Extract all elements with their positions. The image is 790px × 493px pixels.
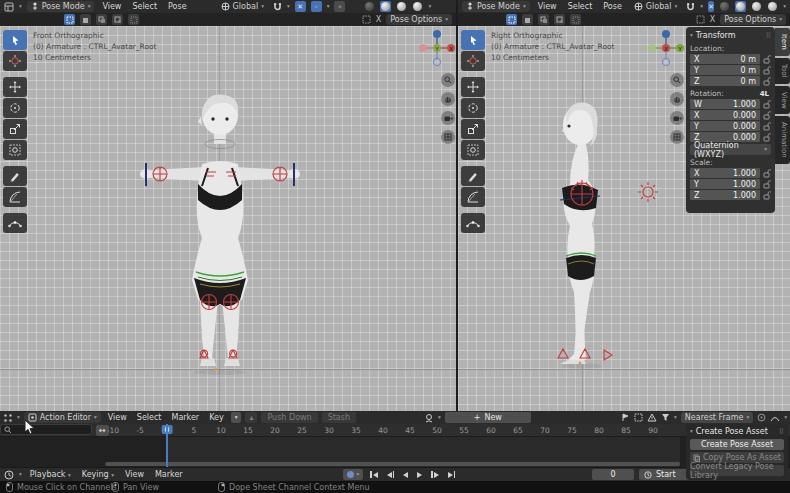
- next-keyframe-button[interactable]: [429, 470, 441, 479]
- play-button[interactable]: [415, 471, 424, 479]
- drag-handle-icon[interactable]: ⠿: [779, 428, 784, 436]
- camera-icon[interactable]: [670, 111, 684, 125]
- rotation-x-field[interactable]: X0.000: [690, 110, 760, 120]
- new-action-button[interactable]: +New: [445, 412, 531, 423]
- clock-icon[interactable]: [4, 470, 14, 480]
- cursor-tool[interactable]: [3, 51, 27, 71]
- location-z-field[interactable]: Z0 m: [690, 76, 760, 86]
- pose-options-dropdown[interactable]: Pose Options ▾: [720, 14, 786, 25]
- jump-to-start-button[interactable]: [368, 470, 380, 479]
- action-dropdown-button[interactable]: ▾: [231, 412, 242, 423]
- orientation-selector[interactable]: Global ▾: [217, 1, 268, 12]
- select-tool[interactable]: [3, 30, 27, 50]
- pose-breakdowner-tool[interactable]: [461, 213, 485, 233]
- push-down-button[interactable]: Push Down: [261, 412, 317, 423]
- snap-magnet-icon[interactable]: [686, 2, 695, 12]
- show-markers-icon[interactable]: [621, 413, 630, 422]
- menu-view[interactable]: View: [122, 469, 147, 480]
- mode-selector[interactable]: Pose Mode ▾: [27, 1, 95, 12]
- overlay-toggle-icon[interactable]: [112, 14, 123, 25]
- jump-to-end-button[interactable]: [446, 470, 458, 479]
- navigation-axis-gizmo[interactable]: Y X: [417, 28, 456, 68]
- fcurve-icon[interactable]: [770, 414, 780, 422]
- annotate-tool[interactable]: [461, 166, 485, 186]
- rotation-w-field[interactable]: W1.000: [690, 99, 760, 109]
- shading-material[interactable]: [396, 1, 407, 12]
- shading-wireframe[interactable]: [364, 1, 375, 12]
- transform-panel-header[interactable]: ▾ Transform ⠿: [690, 30, 771, 41]
- scale-tool[interactable]: [3, 119, 27, 139]
- menu-view[interactable]: View: [535, 1, 560, 12]
- transform-tool[interactable]: [461, 140, 485, 160]
- options-grid-icon[interactable]: [362, 15, 371, 24]
- menu-select[interactable]: Select: [565, 1, 596, 12]
- camera-icon[interactable]: [441, 111, 455, 125]
- move-tool[interactable]: [461, 77, 485, 97]
- viewport-canvas-front[interactable]: Front Orthographic (0) Armature : CTRL_A…: [0, 26, 456, 411]
- rotation-lock-badge[interactable]: 4L: [760, 90, 771, 98]
- shading-rendered[interactable]: [412, 1, 423, 12]
- annotate-tool[interactable]: [3, 166, 27, 186]
- navigation-axis-gizmo[interactable]: X Y: [646, 28, 686, 68]
- auto-keying-toggle[interactable]: ▾: [343, 469, 364, 480]
- overlay-toggle-icon[interactable]: [128, 14, 139, 25]
- measure-tool[interactable]: [3, 187, 27, 207]
- lock-open-icon[interactable]: [763, 66, 771, 75]
- zoom-icon[interactable]: [670, 73, 684, 87]
- proportional-edit-icon[interactable]: [757, 413, 766, 422]
- tab-animation[interactable]: Animation: [775, 116, 790, 164]
- warning-icon[interactable]: [647, 413, 657, 422]
- pose-options-dropdown[interactable]: Pose Options ▾: [386, 14, 452, 25]
- options-grid-icon[interactable]: [696, 15, 705, 24]
- pan-hand-icon[interactable]: [441, 92, 455, 106]
- lock-open-icon[interactable]: [763, 77, 771, 86]
- snap-toggle-icon[interactable]: ✕: [295, 1, 306, 12]
- menu-view[interactable]: View: [105, 412, 130, 423]
- shading-rendered[interactable]: [767, 1, 778, 12]
- overlay-toggle-icon[interactable]: [554, 14, 565, 25]
- location-y-field[interactable]: Y0 m: [690, 65, 760, 75]
- orientation-selector[interactable]: Global ▾: [630, 1, 681, 12]
- lock-open-icon[interactable]: [763, 100, 771, 109]
- menu-select[interactable]: Select: [129, 1, 160, 12]
- move-tool[interactable]: [3, 77, 27, 97]
- rotation-y-field[interactable]: Y0.000: [690, 121, 760, 131]
- shading-solid[interactable]: [380, 1, 391, 12]
- tab-view[interactable]: View: [775, 86, 790, 115]
- menu-marker[interactable]: Marker: [152, 469, 186, 480]
- overlay-toggle-icon[interactable]: [64, 14, 75, 25]
- play-reverse-button[interactable]: [401, 471, 410, 479]
- shading-wireframe[interactable]: [719, 1, 730, 12]
- lock-open-icon[interactable]: [763, 180, 771, 189]
- lock-open-icon[interactable]: [763, 111, 771, 120]
- ortho-grid-icon[interactable]: [670, 130, 684, 144]
- prev-keyframe-button[interactable]: [385, 470, 397, 479]
- current-frame-field[interactable]: 0: [592, 469, 634, 480]
- action-browser-icon[interactable]: [424, 413, 434, 423]
- mirror-x-toggle[interactable]: X: [376, 15, 381, 24]
- menu-marker[interactable]: Marker: [168, 412, 202, 423]
- snap-toggle-icon[interactable]: ✕: [708, 1, 714, 12]
- lock-open-icon[interactable]: [763, 55, 771, 64]
- rotation-mode-dropdown[interactable]: Quaternion (WXYZ)▾: [690, 144, 771, 155]
- menu-playback[interactable]: Playback ▾: [27, 469, 74, 480]
- snap-mode-dropdown[interactable]: Nearest Frame ▾: [681, 412, 753, 423]
- zoom-icon[interactable]: [441, 73, 455, 87]
- overlay-toggle-icon[interactable]: [96, 14, 107, 25]
- shading-solid[interactable]: [735, 1, 746, 12]
- unlink-action-button[interactable]: ▴: [245, 412, 257, 423]
- frame-overlay-icon[interactable]: [634, 413, 643, 422]
- horizontal-scrollbar[interactable]: [105, 462, 680, 466]
- overlay-toggle-icon[interactable]: [506, 14, 517, 25]
- shading-material[interactable]: [751, 1, 762, 12]
- character-model-side[interactable]: [540, 92, 660, 372]
- snap-magnet-icon[interactable]: [273, 2, 282, 12]
- lock-open-icon[interactable]: [763, 122, 771, 131]
- location-x-field[interactable]: X0 m: [690, 54, 760, 64]
- create-pose-asset-button[interactable]: Create Pose Asset: [690, 439, 784, 450]
- rotate-tool[interactable]: [461, 98, 485, 118]
- drag-handle-icon[interactable]: ⠿: [766, 32, 771, 40]
- stash-button[interactable]: Stash: [322, 412, 356, 423]
- menu-pose[interactable]: Pose: [165, 1, 190, 12]
- transform-tool[interactable]: [3, 140, 27, 160]
